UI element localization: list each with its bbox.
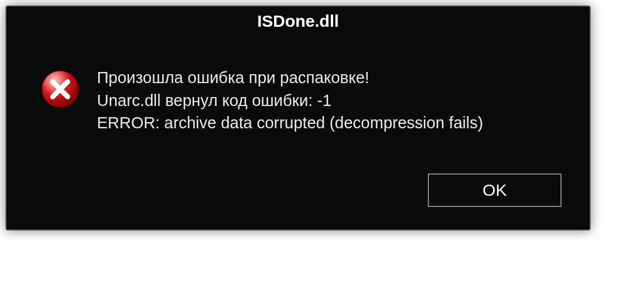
dialog-content: Произошла ошибка при распаковке! Unarc.d… [7, 36, 589, 162]
error-message-line-2: Unarc.dll вернул код ошибки: -1 [97, 89, 567, 112]
dialog-button-area: OK [7, 162, 589, 229]
error-message-line-1: Произошла ошибка при распаковке! [97, 66, 567, 89]
error-message: Произошла ошибка при распаковке! Unarc.d… [97, 66, 567, 134]
error-icon [40, 69, 80, 112]
dialog-title: ISDone.dll [257, 12, 339, 31]
error-dialog: ISDone.dll [6, 6, 591, 230]
dialog-titlebar: ISDone.dll [7, 7, 589, 36]
error-message-line-3: ERROR: archive data corrupted (decompres… [97, 112, 567, 134]
ok-button[interactable]: OK [428, 173, 562, 207]
